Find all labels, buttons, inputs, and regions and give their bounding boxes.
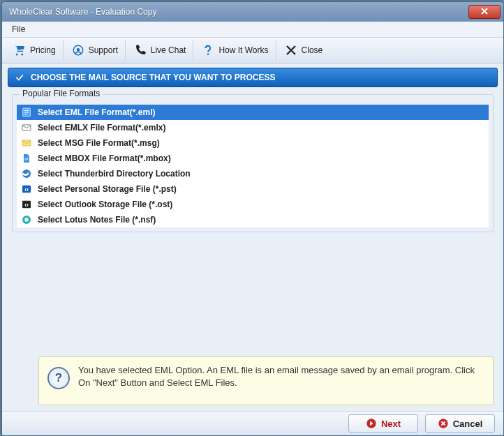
- toolbar-label: Live Chat: [151, 45, 186, 55]
- app-window: WholeClear Software - Evaluation Copy Fi…: [1, 1, 504, 436]
- menu-bar: File: [2, 22, 503, 38]
- svg-text:O: O: [24, 187, 28, 192]
- toolbar: Pricing Support Live Chat How It Works C…: [2, 38, 503, 63]
- menu-file[interactable]: File: [6, 23, 31, 36]
- section-header: CHOOSE THE MAIL SOURCE THAT YOU WANT TO …: [8, 68, 498, 87]
- file-format-option[interactable]: OSelect Outlook Storage File (*.ost): [17, 197, 489, 212]
- file-type-icon: O: [21, 183, 32, 195]
- headset-icon: [72, 44, 84, 57]
- toolbar-livechat-button[interactable]: Live Chat: [127, 40, 194, 61]
- question-icon: [202, 44, 214, 57]
- file-type-icon: [21, 137, 32, 149]
- x-icon: [285, 44, 297, 57]
- toolbar-label: Close: [302, 45, 323, 55]
- next-button[interactable]: Next: [348, 414, 418, 433]
- info-panel: ? You have selected EML Option. An EML f…: [38, 356, 494, 405]
- title-bar: WholeClear Software - Evaluation Copy: [2, 2, 503, 22]
- cancel-icon: [438, 418, 449, 429]
- check-icon: [14, 72, 25, 83]
- toolbar-support-button[interactable]: Support: [65, 40, 126, 61]
- arrow-right-icon: [366, 418, 377, 429]
- file-format-label: Select MSG File Format(*.msg): [38, 138, 160, 148]
- main-area: Popular File Formats Select EML File For…: [12, 94, 494, 352]
- file-format-option[interactable]: Select EML File Format(*.eml): [17, 105, 489, 120]
- file-formats-group: Popular File Formats Select EML File For…: [12, 94, 494, 232]
- file-type-icon: [21, 168, 32, 179]
- file-format-label: Select MBOX File Format(*.mbox): [38, 153, 171, 163]
- svg-text:O: O: [24, 202, 28, 207]
- close-icon: [481, 7, 488, 17]
- file-format-label: Select EML File Format(*.eml): [38, 107, 156, 117]
- file-format-label: Select EMLX File Format(*.emlx): [38, 123, 165, 133]
- toolbar-label: How It Works: [218, 45, 268, 55]
- file-type-icon: [21, 107, 32, 118]
- file-format-option[interactable]: Select EMLX File Format(*.emlx): [17, 120, 489, 135]
- svg-point-13: [26, 219, 27, 220]
- file-format-option[interactable]: Select MSG File Format(*.msg): [17, 135, 489, 151]
- button-label: Next: [381, 419, 401, 429]
- toolbar-howitworks-button[interactable]: How It Works: [195, 40, 276, 61]
- file-type-icon: [21, 122, 32, 133]
- info-icon: ?: [47, 367, 70, 389]
- window-title: WholeClear Software - Evaluation Copy: [9, 7, 468, 17]
- svg-rect-4: [22, 140, 31, 146]
- file-format-option[interactable]: OSelect Personal Storage File (*.pst): [17, 181, 489, 197]
- file-format-option[interactable]: Select MBOX File Format(*.mbox): [17, 151, 489, 166]
- svg-point-6: [27, 172, 29, 173]
- toolbar-label: Support: [89, 45, 118, 55]
- svg-rect-3: [22, 125, 31, 130]
- button-label: Cancel: [453, 419, 483, 429]
- file-format-label: Select Thunderbird Directory Location: [38, 169, 191, 179]
- file-format-option[interactable]: Select Thunderbird Directory Location: [17, 166, 489, 181]
- file-format-label: Select Lotus Notes File (*.nsf): [38, 215, 156, 225]
- file-type-icon: [21, 153, 32, 164]
- toolbar-close-button[interactable]: Close: [278, 40, 330, 61]
- file-format-list: Select EML File Format(*.eml)Select EMLX…: [17, 105, 489, 227]
- spacer: [12, 232, 494, 352]
- file-format-option[interactable]: Select Lotus Notes File (*.nsf): [17, 212, 489, 227]
- window-close-button[interactable]: [468, 5, 501, 19]
- group-title: Popular File Formats: [20, 89, 103, 98]
- footer-bar: Next Cancel: [2, 411, 503, 435]
- file-format-label: Select Outlook Storage File (*.ost): [38, 200, 172, 209]
- file-type-icon: [21, 214, 32, 225]
- toolbar-pricing-button[interactable]: Pricing: [6, 40, 64, 61]
- phone-icon: [134, 44, 147, 57]
- file-format-label: Select Personal Storage File (*.pst): [38, 184, 177, 194]
- cancel-button[interactable]: Cancel: [425, 414, 495, 433]
- cart-icon: [13, 44, 26, 57]
- svg-point-1: [76, 48, 80, 52]
- file-type-icon: O: [21, 199, 32, 210]
- toolbar-label: Pricing: [30, 45, 56, 55]
- section-header-title: CHOOSE THE MAIL SOURCE THAT YOU WANT TO …: [31, 73, 275, 82]
- info-text: You have selected EML Option. An EML fil…: [78, 364, 484, 389]
